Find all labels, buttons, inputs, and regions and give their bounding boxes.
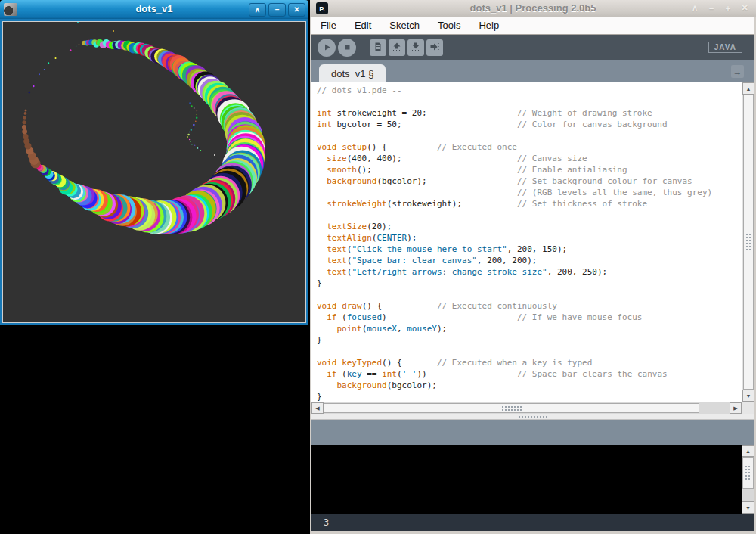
toolbar: JAVA: [311, 35, 754, 60]
code-line: point(mouseX, mouseY);: [317, 323, 742, 334]
stop-icon: [343, 41, 352, 54]
arrow-down-icon: [411, 41, 420, 54]
code-line: if (key == int(' ')) // Space bar clears…: [317, 368, 742, 380]
maximize-button[interactable]: +: [720, 2, 736, 14]
code-line: strokeWeight(strokeweight); // Set thick…: [317, 198, 742, 210]
code-line: void setup() { // Executed once: [317, 141, 742, 153]
caret-line-number: 3: [324, 517, 329, 528]
console: ▲ ▼: [311, 445, 754, 514]
console-scrollbar: ▲ ▼: [742, 445, 754, 514]
code-line: int strokeweight = 20; // Weight of draw…: [317, 107, 742, 119]
console-splitter[interactable]: [311, 414, 754, 420]
scrollbar-corner: [742, 402, 754, 414]
processing-ide-window: P. dots_v1 | Processing 2.0b5 ∧ – + ✕ Fi…: [310, 0, 756, 534]
scroll-left-button[interactable]: ◀: [311, 402, 324, 414]
code-line: [317, 210, 742, 221]
editor: // dots_v1.pde -- int strokeweight = 20;…: [311, 82, 754, 414]
code-area[interactable]: // dots_v1.pde -- int strokeweight = 20;…: [311, 82, 742, 402]
message-area: [311, 420, 754, 445]
play-icon: [323, 41, 331, 54]
editor-vertical-scrollbar: ▲ ▼: [742, 82, 754, 402]
vertical-scroll-thumb[interactable]: [743, 95, 754, 390]
code-line: text("Space bar: clear canvas", 200, 200…: [317, 255, 742, 266]
code-line: }: [317, 391, 742, 402]
scroll-up-button[interactable]: ▲: [742, 445, 754, 457]
menu-item-sketch[interactable]: Sketch: [389, 20, 420, 31]
code-line: background(bgcolor); // Set background c…: [317, 175, 742, 187]
code-line: void keyTyped() { // Executed when a key…: [317, 357, 742, 368]
menu-item-tools[interactable]: Tools: [438, 20, 460, 31]
close-button[interactable]: ✕: [288, 3, 305, 17]
close-button[interactable]: ✕: [736, 2, 753, 14]
arrow-right-icon: [430, 41, 439, 54]
sketch-output-window: dots_v1 ∧ – ✕: [0, 0, 308, 325]
editor-horizontal-scrollbar: ◀ ▶: [311, 402, 742, 414]
code-line: [317, 289, 742, 300]
menu-item-help[interactable]: Help: [479, 20, 499, 31]
console-scroll-thumb[interactable]: [742, 457, 754, 489]
code-line: background(bgcolor);: [317, 380, 742, 391]
sketch-titlebar[interactable]: dots_v1 ∧ – ✕: [0, 0, 308, 19]
mode-selector-java[interactable]: JAVA: [708, 42, 742, 53]
shade-button[interactable]: ∧: [686, 2, 703, 14]
code-line: int bgcolor = 50; // Color for canvas ba…: [317, 119, 742, 130]
run-button[interactable]: [318, 39, 336, 57]
code-line: }: [317, 334, 742, 346]
scroll-right-button[interactable]: ▶: [730, 402, 742, 414]
ide-titlebar[interactable]: P. dots_v1 | Processing 2.0b5 ∧ – + ✕: [310, 0, 756, 17]
sketch-canvas[interactable]: [3, 22, 305, 321]
minimize-button[interactable]: –: [268, 3, 286, 17]
shade-button[interactable]: ∧: [249, 3, 266, 17]
sketch-window-body: [0, 19, 308, 325]
code-line: smooth(); // Enable antialiasing: [317, 164, 742, 175]
new-sketch-button[interactable]: [370, 39, 386, 56]
arrow-up-icon: [392, 41, 401, 54]
menu-item-file[interactable]: File: [321, 20, 336, 31]
scroll-down-button[interactable]: ▼: [742, 390, 754, 402]
code-line: textSize(20);: [317, 221, 742, 232]
code-line: text("Left/right arrows: change stroke s…: [317, 266, 742, 278]
status-bar: 3: [311, 514, 754, 531]
code-line: [317, 96, 742, 107]
horizontal-scroll-thumb[interactable]: [324, 403, 699, 413]
code-line: size(400, 400); // Canvas size: [317, 153, 742, 164]
scroll-up-button[interactable]: ▲: [742, 82, 754, 95]
tab-menu-button[interactable]: →: [731, 65, 744, 78]
scroll-down-button[interactable]: ▼: [742, 501, 754, 514]
code-line: }: [317, 278, 742, 289]
code-line: text("Click the mouse here to start", 20…: [317, 244, 742, 255]
tab-strip: dots_v1 § →: [311, 60, 754, 82]
code-line: [317, 130, 742, 141]
code-line: [317, 346, 742, 357]
code-line: // (RGB levels all the same, thus grey): [317, 187, 742, 198]
open-sketch-button[interactable]: [389, 39, 405, 56]
code-line: if (focused) // If we have mouse focus: [317, 312, 742, 323]
stop-button[interactable]: [338, 39, 356, 57]
save-sketch-button[interactable]: [407, 39, 424, 56]
menu-item-edit[interactable]: Edit: [355, 20, 371, 31]
export-sketch-button[interactable]: [426, 39, 443, 56]
new-document-icon: [373, 41, 383, 54]
tab-dots-v1[interactable]: dots_v1 §: [319, 64, 386, 82]
minimize-button[interactable]: –: [703, 2, 720, 14]
code-line: textAlign(CENTER);: [317, 232, 742, 244]
menubar: File Edit Sketch Tools Help: [311, 17, 754, 35]
code-line: void draw() { // Executed continuously: [317, 300, 742, 312]
code-line: // dots_v1.pde --: [317, 85, 742, 96]
